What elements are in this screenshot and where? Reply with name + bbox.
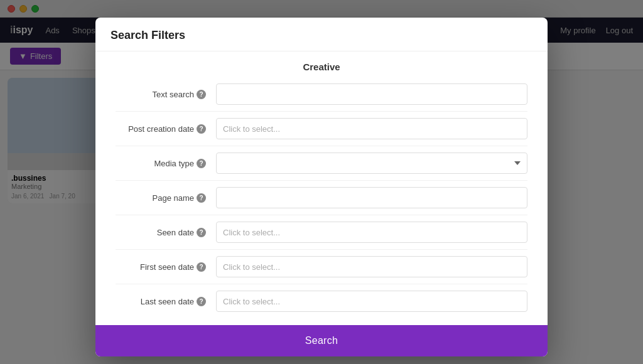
- last-seen-date-label: Last seen date ?: [116, 297, 216, 306]
- post-creation-date-label: Post creation date ?: [116, 124, 216, 134]
- search-button[interactable]: Search: [95, 325, 548, 356]
- seen-date-label: Seen date ?: [116, 228, 216, 237]
- creative-form-section: Text search ? Post creation date ?: [95, 77, 548, 318]
- modal-footer: Search: [95, 325, 548, 356]
- target-audience-section-header: Target audience: [95, 318, 548, 325]
- media-type-row: Media type ? Image Video Carousel: [116, 146, 527, 181]
- text-search-input[interactable]: [216, 83, 527, 105]
- post-creation-date-input[interactable]: [216, 118, 527, 139]
- text-search-row: Text search ?: [116, 77, 527, 112]
- seen-date-help-icon[interactable]: ?: [197, 228, 206, 237]
- last-seen-date-row: Last seen date ?: [116, 284, 527, 318]
- modal-title: Search Filters: [111, 29, 185, 41]
- page-name-help-icon[interactable]: ?: [197, 193, 206, 203]
- media-type-select[interactable]: Image Video Carousel: [216, 153, 527, 174]
- text-search-help-icon[interactable]: ?: [197, 90, 206, 99]
- seen-date-input[interactable]: [216, 222, 527, 243]
- modal-header: Search Filters: [95, 18, 548, 51]
- first-seen-date-label: First seen date ?: [116, 262, 216, 272]
- media-type-help-icon[interactable]: ?: [197, 159, 206, 168]
- first-seen-date-input[interactable]: [216, 256, 527, 277]
- page-name-row: Page name ?: [116, 181, 527, 215]
- first-seen-date-help-icon[interactable]: ?: [197, 262, 206, 272]
- search-filters-modal: Search Filters Creative Text search ?: [95, 18, 548, 356]
- post-creation-date-help-icon[interactable]: ?: [197, 124, 206, 134]
- page-name-input[interactable]: [216, 187, 527, 208]
- first-seen-date-row: First seen date ?: [116, 250, 527, 284]
- post-creation-date-row: Post creation date ?: [116, 112, 527, 146]
- media-type-label: Media type ?: [116, 159, 216, 168]
- creative-section-header: Creative: [95, 51, 548, 77]
- seen-date-row: Seen date ?: [116, 215, 527, 250]
- page-name-label: Page name ?: [116, 193, 216, 203]
- modal-overlay: Search Filters Creative Text search ?: [0, 0, 643, 364]
- text-search-label: Text search ?: [116, 90, 216, 99]
- last-seen-date-help-icon[interactable]: ?: [197, 297, 206, 306]
- last-seen-date-input[interactable]: [216, 291, 527, 312]
- modal-body[interactable]: Creative Text search ? Post creation dat…: [95, 51, 548, 325]
